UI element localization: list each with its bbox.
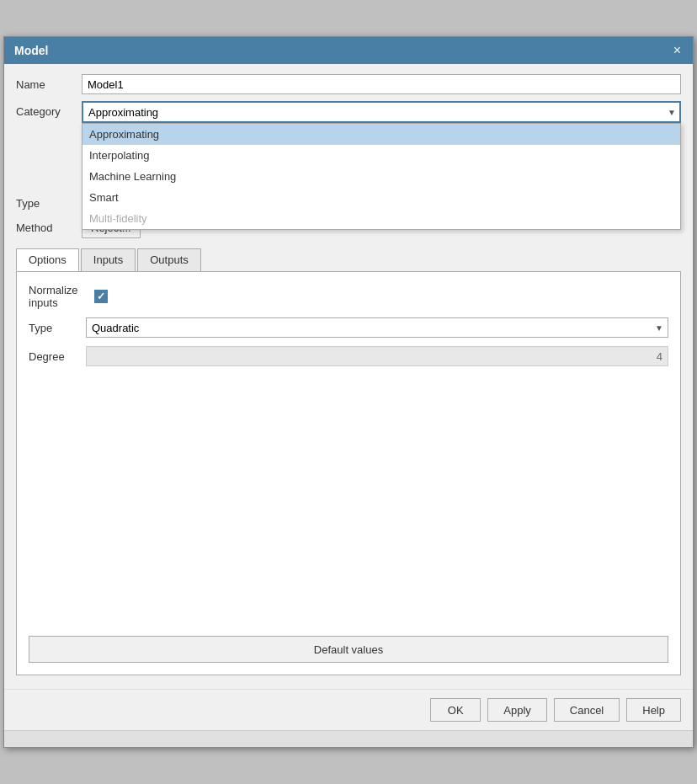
category-row: Category Approximating ▼ Approximating I…	[16, 101, 681, 123]
tabs-container: Options Inputs Outputs Normalize inputs …	[16, 248, 681, 675]
inner-type-select[interactable]: Quadratic Linear Cubic	[86, 317, 668, 338]
degree-input	[86, 346, 668, 366]
inner-type-row: Type Quadratic Linear Cubic ▼	[29, 317, 668, 338]
dropdown-item-machine-learning[interactable]: Machine Learning	[82, 166, 680, 187]
degree-row: Degree	[29, 346, 668, 366]
dropdown-item-smart[interactable]: Smart	[82, 187, 680, 208]
spacer	[29, 375, 668, 627]
status-bar	[4, 730, 693, 747]
dialog-footer: OK Apply Cancel Help	[4, 689, 693, 730]
dialog-body: Name Category Approximating ▼ Approximat…	[4, 64, 693, 689]
tab-inputs[interactable]: Inputs	[81, 248, 136, 271]
type-label: Type	[16, 197, 75, 210]
dialog-title: Model	[14, 44, 48, 57]
method-label: Method	[16, 221, 75, 234]
name-row: Name	[16, 74, 681, 94]
name-input[interactable]	[82, 74, 681, 94]
dropdown-item-approximating[interactable]: Approximating	[82, 124, 680, 145]
normalize-label: Normalize inputs	[29, 284, 88, 309]
title-bar: Model ×	[4, 37, 693, 64]
ok-button[interactable]: OK	[430, 698, 481, 722]
normalize-row: Normalize inputs	[29, 284, 668, 309]
category-label: Category	[16, 105, 75, 118]
dropdown-item-multi-fidelity: Multi-fidelity	[82, 208, 680, 229]
tab-options[interactable]: Options	[16, 248, 79, 271]
tabs-bar: Options Inputs Outputs	[16, 248, 681, 271]
tab-content-options: Normalize inputs Type Quadratic Linear C…	[16, 271, 681, 675]
default-values-button[interactable]: Default values	[29, 636, 668, 663]
close-button[interactable]: ×	[672, 44, 683, 57]
degree-label: Degree	[29, 350, 79, 363]
name-label: Name	[16, 78, 75, 91]
inner-type-label: Type	[29, 322, 79, 334]
inner-type-select-container: Quadratic Linear Cubic ▼	[86, 317, 668, 338]
normalize-checkbox[interactable]	[94, 290, 108, 303]
category-container: Approximating ▼ Approximating Interpolat…	[82, 101, 681, 123]
model-dialog: Model × Name Category Approximating ▼ Ap…	[3, 36, 694, 748]
apply-button[interactable]: Apply	[487, 698, 547, 722]
dropdown-item-interpolating[interactable]: Interpolating	[82, 145, 680, 166]
tab-outputs[interactable]: Outputs	[137, 248, 201, 271]
category-select[interactable]: Approximating	[82, 101, 681, 123]
category-dropdown-list: Approximating Interpolating Machine Lear…	[82, 123, 681, 230]
cancel-button[interactable]: Cancel	[554, 698, 620, 722]
help-button[interactable]: Help	[626, 698, 681, 722]
